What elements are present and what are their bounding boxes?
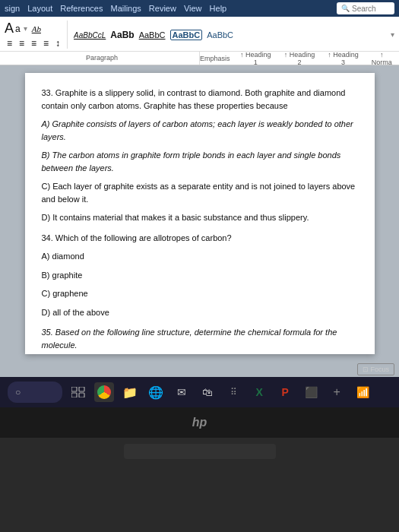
bottom-bezel [0,438,399,499]
emphasis-label: Emphasis [200,55,230,62]
q33-number: 33. [42,88,53,97]
files-icon[interactable]: 📁 [120,382,140,402]
laptop-bottom: hp [0,407,399,438]
style-aabbc-ul[interactable]: AaBbC [139,30,166,40]
teams-icon[interactable]: ⬛ [301,382,321,402]
styles-dropdown-icon[interactable]: ▾ [391,30,394,39]
document-area: 33. Graphite is a slippery solid, in con… [0,65,399,362]
style-aabb-bold[interactable]: AaBb [110,30,134,40]
aa-medium: a [15,24,21,34]
task-view-icon [71,387,85,397]
taskbar-search[interactable]: ○ [8,382,62,403]
q34-b: B) graphite [42,269,358,282]
search-icon: 🔍 [341,5,350,12]
svg-rect-9 [71,393,77,397]
style-aabbc-ext[interactable]: AaBbC [207,30,233,40]
menu-layout[interactable]: Layout [27,4,52,13]
focus-label: Focus [370,366,389,373]
menu-references[interactable]: References [60,4,103,13]
q34-body: Which of the following are allotropes of… [55,233,232,242]
menu-sign[interactable]: sign [5,4,20,13]
question-34: 34. Which of the following are allotrope… [42,232,358,319]
q35-number: 35. [42,328,53,337]
focus-icon: ⊡ [363,366,369,373]
q33-d: D) It contains material that makes it a … [42,211,358,224]
q33-a: A) Graphite consists of layers of carbon… [42,118,358,143]
h3-label: ↑ Heading 3 [325,51,362,66]
q35-intro: 35. Based on the following line structur… [42,326,358,351]
aa-large: A [5,21,14,36]
hp-logo: hp [192,416,207,429]
h1-label: ↑ Heading 1 [238,51,274,66]
align-right-btn[interactable]: ≡ [29,38,39,49]
q35-body: Based on the following line structure, d… [42,328,337,350]
align-center-btn[interactable]: ≡ [17,38,27,49]
keyboard-hint [124,444,276,459]
font-section: A a ▾ Ab ≡ ≡ ≡ ≡ ↕ [5,21,68,49]
excel-icon[interactable]: X [249,382,269,402]
ribbon-area: sign Layout References Mailings Review V… [0,0,399,65]
focus-area: ⊡ Focus [0,362,399,377]
normal-label: ↑ Norma [369,51,394,66]
styles-list: AaBbCcL AaBb AaBbC AaBbC AaBbC [74,30,388,40]
q34-c: C) graphene [42,287,358,300]
taskbar-search-input[interactable] [24,388,55,397]
q34-d: D) all of the above [42,306,358,319]
ribbon-main: A a ▾ Ab ≡ ≡ ≡ ≡ ↕ AaBbCcL AaBb AaBbC [0,17,399,52]
chrome-icon[interactable] [94,382,114,402]
q33-text: 33. Graphite is a slippery solid, in con… [42,87,358,112]
menu-bar: sign Layout References Mailings Review V… [0,0,399,17]
style-aabbc-selected[interactable]: AaBbC [170,30,203,40]
q34-text: 34. Which of the following are allotrope… [42,232,358,245]
taskbar: ○ 📁 🌐 ✉ 🛍 ⠿ X P ⬛ + 📶 [0,377,399,407]
q34-number: 34. [42,233,53,242]
store-icon[interactable]: 🛍 [198,382,217,402]
svg-rect-8 [79,387,84,391]
justify-btn[interactable]: ≡ [41,38,51,49]
search-input[interactable] [352,5,390,13]
question-35: 35. Based on the following line structur… [42,326,358,354]
style-aabbccl[interactable]: AaBbCcL [74,30,106,40]
powerpoint-icon[interactable]: P [275,382,295,402]
styles-label-row: Emphasis ↑ Heading 1 ↑ Heading 2 ↑ Headi… [200,52,394,65]
drag-icon[interactable]: ⠿ [223,382,243,402]
align-left-btn[interactable]: ≡ [5,38,14,49]
q34-a: A) diamond [42,250,358,263]
font-dropdown-icon[interactable]: ▾ [24,24,27,33]
section-labels-row: Paragraph Emphasis ↑ Heading 1 ↑ Heading… [0,52,399,65]
menu-view[interactable]: View [184,4,202,13]
menu-mailings[interactable]: Mailings [110,4,141,13]
svg-rect-7 [71,387,77,391]
task-view-btn[interactable] [68,382,88,402]
paragraph-label: Paragraph [5,52,200,65]
q33-body: Graphite is a slippery solid, in contras… [42,88,346,110]
focus-button[interactable]: ⊡ Focus [357,363,394,375]
question-33: 33. Graphite is a slippery solid, in con… [42,87,358,224]
edge-icon[interactable]: 🌐 [146,382,166,402]
mail-icon[interactable]: ✉ [172,382,192,402]
document-page[interactable]: 33. Graphite is a slippery solid, in con… [25,73,375,354]
menu-review[interactable]: Review [149,4,176,13]
svg-rect-10 [79,393,84,397]
h2-label: ↑ Heading 2 [281,51,318,66]
line-spacing-btn[interactable]: ↕ [53,38,62,49]
taskbar-search-icon: ○ [15,387,21,397]
wifi-icon[interactable]: 📶 [353,382,372,402]
ab-stylized: Ab [32,24,41,33]
plus-icon[interactable]: + [327,382,347,402]
menu-help[interactable]: Help [210,4,227,13]
q33-c: C) Each layer of graphite exists as a se… [42,180,358,205]
search-box[interactable]: 🔍 [337,2,394,14]
q33-b: B) The carbon atoms in graphite form tri… [42,149,358,174]
